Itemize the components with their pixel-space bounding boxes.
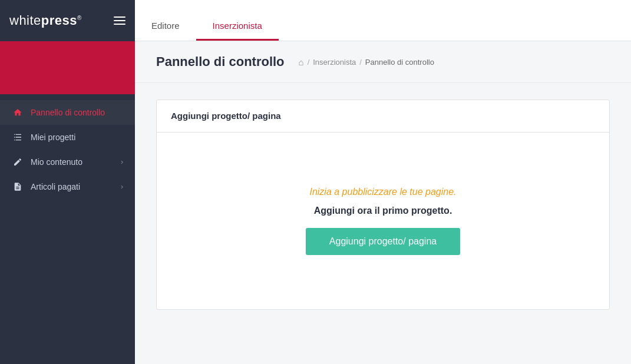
breadcrumb-pannello: Pannello di controllo xyxy=(365,58,434,67)
breadcrumb-inserzionista[interactable]: Inserzionista xyxy=(313,58,356,67)
card-header: Aggiungi progetto/ pagina xyxy=(157,100,609,133)
card-header-title: Aggiungi progetto/ pagina xyxy=(171,111,281,121)
tab-editore[interactable]: Editore xyxy=(135,0,196,41)
sidebar-nav: Pannello di controllo Miei progetti Mio … xyxy=(0,94,135,199)
breadcrumb: ⌂ / Inserzionista / Pannello di controll… xyxy=(299,57,434,67)
logo-white: white xyxy=(9,13,41,28)
edit-icon xyxy=(12,157,24,167)
main-content: Editore Inserzionista Pannello di contro… xyxy=(135,0,631,364)
sidebar-red-block xyxy=(0,41,135,94)
content-area: Aggiungi progetto/ pagina Inizia a pubbl… xyxy=(135,83,631,364)
sidebar-item-miei-progetti[interactable]: Miei progetti xyxy=(0,125,135,150)
card-body: Inizia a pubblicizzare le tue pagine. Ag… xyxy=(157,133,609,309)
breadcrumb-sep-2: / xyxy=(359,58,362,67)
sidebar-item-label-miei-progetti: Miei progetti xyxy=(31,133,123,142)
hamburger-icon[interactable] xyxy=(114,16,125,25)
sidebar-item-label-pannello: Pannello di controllo xyxy=(31,108,123,117)
home-breadcrumb-icon: ⌂ xyxy=(299,57,304,67)
chevron-right-icon-articoli-pagati: › xyxy=(121,183,123,191)
main-card: Aggiungi progetto/ pagina Inizia a pubbl… xyxy=(156,100,610,310)
sidebar-logo: whitepress® xyxy=(0,0,135,41)
add-project-button[interactable]: Aggiungi progetto/ pagina xyxy=(306,228,460,255)
chevron-right-icon-mio-contenuto: › xyxy=(121,158,123,166)
top-tabs: Editore Inserzionista xyxy=(135,0,631,41)
document-icon xyxy=(12,182,24,191)
promo-text: Inizia a pubblicizzare le tue pagine. xyxy=(309,187,456,197)
sidebar-item-pannello[interactable]: Pannello di controllo xyxy=(0,100,135,125)
logo-press: press xyxy=(41,13,77,28)
page-header: Pannello di controllo ⌂ / Inserzionista … xyxy=(135,41,631,83)
home-icon xyxy=(12,108,24,117)
sidebar: whitepress® Pannello di controllo Miei p… xyxy=(0,0,135,364)
breadcrumb-sep-1: / xyxy=(308,58,310,67)
tab-inserzionista[interactable]: Inserzionista xyxy=(196,0,279,41)
logo-reg: ® xyxy=(77,15,82,21)
logo: whitepress® xyxy=(9,13,82,28)
sidebar-item-label-articoli-pagati: Articoli pagati xyxy=(31,182,121,191)
sidebar-item-mio-contenuto[interactable]: Mio contenuto › xyxy=(0,150,135,174)
list-icon xyxy=(12,133,24,142)
page-title: Pannello di controllo xyxy=(156,54,285,70)
promo-subtext: Aggiungi ora il primo progetto. xyxy=(314,206,452,216)
sidebar-item-articoli-pagati[interactable]: Articoli pagati › xyxy=(0,174,135,199)
sidebar-item-label-mio-contenuto: Mio contenuto xyxy=(31,157,121,167)
